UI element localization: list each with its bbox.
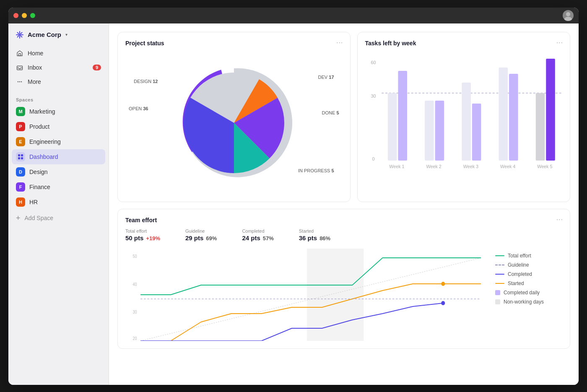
tasks-title: Tasks left by week xyxy=(365,40,562,47)
legend-daily-label: Completed daily xyxy=(504,290,540,296)
company-name: Acme Corp xyxy=(28,31,61,38)
legend-started: Started xyxy=(495,280,562,286)
spaces-section-label: Spaces xyxy=(8,92,109,104)
sidebar-item-design[interactable]: D Design xyxy=(12,164,105,179)
finance-label: Finance xyxy=(29,184,50,190)
project-status-title: Project status xyxy=(125,40,343,47)
sidebar: Acme Corp ▾ Home Inbox 9 xyxy=(8,23,109,385)
svg-rect-18 xyxy=(18,157,20,159)
pie-chart-container: DEV 17 DONE 5 IN PROGRESS 5 xyxy=(125,52,343,194)
main-content: Project status ··· xyxy=(109,23,579,385)
sidebar-item-product[interactable]: P Product xyxy=(12,119,105,134)
legend-completed: Completed xyxy=(495,271,562,277)
team-effort-title: Team effort xyxy=(125,217,562,223)
add-space-label: Add Space xyxy=(25,215,54,221)
minimize-button[interactable] xyxy=(22,13,27,18)
bar-chart-svg: 60 30 0 xyxy=(365,56,562,173)
company-header[interactable]: Acme Corp ▾ xyxy=(8,23,109,43)
tasks-by-week-card: Tasks left by week ··· 60 30 0 xyxy=(357,32,570,202)
svg-line-10 xyxy=(18,36,19,37)
svg-text:60: 60 xyxy=(371,60,376,65)
svg-text:40: 40 xyxy=(133,282,137,287)
project-status-card: Project status ··· xyxy=(117,32,351,202)
svg-line-7 xyxy=(18,32,19,34)
svg-point-13 xyxy=(18,81,18,82)
sidebar-item-finance[interactable]: F Finance xyxy=(12,179,105,195)
legend-daily-box xyxy=(495,290,500,295)
design-avatar: D xyxy=(16,167,25,177)
svg-rect-11 xyxy=(19,54,21,56)
svg-text:Week 3: Week 3 xyxy=(463,164,478,169)
bar-w1-2 xyxy=(398,71,407,161)
user-avatar[interactable] xyxy=(563,10,574,21)
inbox-icon xyxy=(16,64,23,71)
traffic-lights xyxy=(13,13,35,18)
titlebar xyxy=(8,8,579,23)
legend-guideline-line xyxy=(495,265,504,265)
spaces-list: M Marketing P Product E Engineering Dash… xyxy=(8,104,109,210)
stat-total-value: 50 pts xyxy=(125,234,143,241)
app-window: Acme Corp ▾ Home Inbox 9 xyxy=(8,8,579,385)
nonworking-region xyxy=(307,249,364,341)
bar-w3-1 xyxy=(462,83,471,161)
label-done: DONE 5 xyxy=(322,110,339,115)
stat-started-label: Started xyxy=(299,228,330,234)
legend-started-label: Started xyxy=(508,280,524,286)
product-avatar: P xyxy=(16,122,25,131)
bar-w5-1 xyxy=(535,93,545,161)
hr-avatar: H xyxy=(16,197,25,207)
stat-guideline-label: Guideline xyxy=(185,228,217,234)
legend-total-label: Total effort xyxy=(508,253,531,259)
maximize-button[interactable] xyxy=(30,13,35,18)
close-button[interactable] xyxy=(13,13,18,18)
more-icon xyxy=(16,78,23,86)
sidebar-item-dashboard[interactable]: Dashboard xyxy=(12,149,105,164)
svg-text:Week 2: Week 2 xyxy=(426,164,441,169)
sidebar-item-hr[interactable]: H HR xyxy=(12,195,105,210)
tasks-menu[interactable]: ··· xyxy=(556,39,563,47)
marketing-avatar: M xyxy=(16,107,25,116)
legend-nonworking-label: Non-working days xyxy=(504,299,544,305)
team-effort-menu[interactable]: ··· xyxy=(556,216,563,223)
bar-w2-2 xyxy=(435,101,444,161)
bar-w1-1 xyxy=(387,93,397,161)
legend-nonworking-box xyxy=(495,299,500,304)
svg-point-1 xyxy=(564,17,572,21)
sidebar-item-engineering[interactable]: E Engineering xyxy=(12,134,105,149)
legend-completed-line xyxy=(495,274,504,275)
bar-w3-2 xyxy=(472,104,481,161)
project-status-menu[interactable]: ··· xyxy=(336,39,343,47)
engineering-label: Engineering xyxy=(29,138,61,145)
nav-section: Home Inbox 9 More xyxy=(8,43,109,92)
label-design: DESIGN 12 xyxy=(134,79,158,84)
team-effort-card: Team effort ··· Total effort 50 pts+19% … xyxy=(117,209,570,349)
hr-label: HR xyxy=(29,199,38,205)
completed-line xyxy=(140,303,443,341)
dashboard-label: Dashboard xyxy=(29,153,58,160)
label-open: OPEN 36 xyxy=(129,106,148,111)
sidebar-item-home[interactable]: Home xyxy=(12,46,105,60)
chevron-down-icon: ▾ xyxy=(65,32,68,37)
stat-total: Total effort 50 pts+19% xyxy=(125,228,160,242)
product-label: Product xyxy=(29,123,49,130)
line-chart-area: 50 40 30 20 xyxy=(125,249,488,341)
sidebar-item-inbox[interactable]: Inbox 9 xyxy=(12,60,105,75)
stat-completed-value: 24 pts xyxy=(242,234,260,241)
svg-line-8 xyxy=(21,36,22,37)
add-space-button[interactable]: + Add Space xyxy=(12,211,105,225)
svg-text:30: 30 xyxy=(371,93,376,98)
started-dot xyxy=(441,282,445,286)
line-chart-svg: 50 40 30 20 xyxy=(125,249,488,341)
svg-rect-19 xyxy=(21,157,23,159)
svg-point-0 xyxy=(566,12,570,16)
sidebar-item-more[interactable]: More xyxy=(12,75,105,89)
label-dev-text: DEV 17 xyxy=(318,75,334,80)
bar-w4-2 xyxy=(509,74,518,161)
svg-text:0: 0 xyxy=(372,156,374,161)
pie-chart-svg xyxy=(171,60,297,186)
finance-avatar: F xyxy=(16,182,25,192)
sidebar-item-marketing[interactable]: M Marketing xyxy=(12,104,105,119)
engineering-avatar: E xyxy=(16,137,25,146)
svg-line-9 xyxy=(21,32,22,34)
stat-completed: Completed 24 pts57% xyxy=(242,228,273,242)
